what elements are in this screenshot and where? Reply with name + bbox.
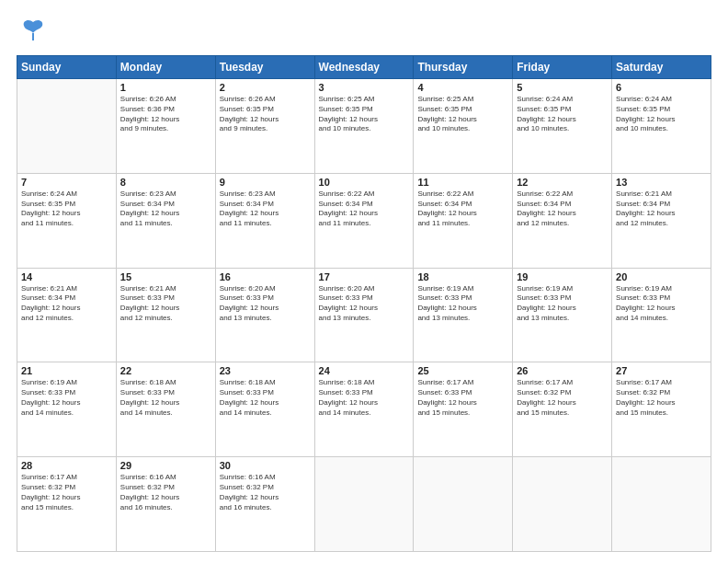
calendar-cell: 30Sunrise: 6:16 AM Sunset: 6:32 PM Dayli… bbox=[215, 457, 314, 552]
day-number: 24 bbox=[319, 365, 410, 376]
day-info: Sunrise: 6:18 AM Sunset: 6:33 PM Dayligh… bbox=[319, 378, 410, 418]
col-wednesday: Wednesday bbox=[314, 56, 414, 79]
day-number: 11 bbox=[417, 177, 508, 188]
day-number: 29 bbox=[120, 460, 211, 471]
week-row-2: 7Sunrise: 6:24 AM Sunset: 6:35 PM Daylig… bbox=[17, 173, 711, 268]
day-number: 25 bbox=[417, 365, 508, 376]
day-info: Sunrise: 6:19 AM Sunset: 6:33 PM Dayligh… bbox=[417, 284, 508, 324]
day-number: 2 bbox=[220, 82, 311, 93]
day-info: Sunrise: 6:18 AM Sunset: 6:33 PM Dayligh… bbox=[220, 378, 311, 418]
calendar-cell bbox=[17, 79, 117, 174]
day-number: 18 bbox=[417, 271, 508, 282]
day-number: 28 bbox=[21, 460, 112, 471]
calendar-cell: 28Sunrise: 6:17 AM Sunset: 6:32 PM Dayli… bbox=[17, 457, 117, 552]
calendar-cell: 13Sunrise: 6:21 AM Sunset: 6:34 PM Dayli… bbox=[612, 173, 711, 268]
day-info: Sunrise: 6:22 AM Sunset: 6:34 PM Dayligh… bbox=[319, 190, 410, 229]
day-info: Sunrise: 6:17 AM Sunset: 6:33 PM Dayligh… bbox=[417, 378, 508, 418]
day-number: 3 bbox=[319, 82, 410, 93]
calendar-cell: 9Sunrise: 6:23 AM Sunset: 6:34 PM Daylig… bbox=[215, 173, 314, 268]
day-info: Sunrise: 6:26 AM Sunset: 6:35 PM Dayligh… bbox=[220, 95, 311, 134]
day-info: Sunrise: 6:21 AM Sunset: 6:34 PM Dayligh… bbox=[21, 284, 112, 324]
day-number: 4 bbox=[417, 82, 508, 93]
day-info: Sunrise: 6:18 AM Sunset: 6:33 PM Dayligh… bbox=[120, 378, 211, 418]
day-info: Sunrise: 6:25 AM Sunset: 6:35 PM Dayligh… bbox=[319, 95, 410, 134]
col-thursday: Thursday bbox=[414, 56, 513, 79]
calendar-cell: 14Sunrise: 6:21 AM Sunset: 6:34 PM Dayli… bbox=[17, 268, 117, 362]
logo-bird-icon bbox=[20, 17, 46, 46]
calendar-cell: 4Sunrise: 6:25 AM Sunset: 6:35 PM Daylig… bbox=[414, 79, 513, 174]
calendar-cell: 24Sunrise: 6:18 AM Sunset: 6:33 PM Dayli… bbox=[314, 362, 414, 457]
day-number: 14 bbox=[21, 271, 112, 282]
day-number: 10 bbox=[319, 177, 410, 188]
day-number: 20 bbox=[616, 271, 707, 282]
calendar-cell: 7Sunrise: 6:24 AM Sunset: 6:35 PM Daylig… bbox=[17, 173, 117, 268]
week-row-3: 14Sunrise: 6:21 AM Sunset: 6:34 PM Dayli… bbox=[17, 268, 711, 362]
day-info: Sunrise: 6:25 AM Sunset: 6:35 PM Dayligh… bbox=[417, 95, 508, 134]
week-row-5: 28Sunrise: 6:17 AM Sunset: 6:32 PM Dayli… bbox=[17, 457, 711, 552]
calendar-cell: 25Sunrise: 6:17 AM Sunset: 6:33 PM Dayli… bbox=[414, 362, 513, 457]
day-info: Sunrise: 6:22 AM Sunset: 6:34 PM Dayligh… bbox=[417, 190, 508, 229]
day-number: 19 bbox=[517, 271, 608, 282]
calendar-cell bbox=[513, 457, 612, 552]
day-info: Sunrise: 6:24 AM Sunset: 6:35 PM Dayligh… bbox=[616, 95, 707, 134]
day-info: Sunrise: 6:17 AM Sunset: 6:32 PM Dayligh… bbox=[517, 378, 608, 418]
day-number: 8 bbox=[120, 177, 211, 188]
calendar-cell: 15Sunrise: 6:21 AM Sunset: 6:33 PM Dayli… bbox=[116, 268, 215, 362]
day-number: 7 bbox=[21, 177, 112, 188]
day-number: 22 bbox=[120, 365, 211, 376]
week-row-1: 1Sunrise: 6:26 AM Sunset: 6:36 PM Daylig… bbox=[17, 79, 711, 174]
day-info: Sunrise: 6:23 AM Sunset: 6:34 PM Dayligh… bbox=[220, 190, 311, 229]
calendar-table: SundayMondayTuesdayWednesdayThursdayFrid… bbox=[17, 55, 711, 552]
calendar-cell bbox=[314, 457, 414, 552]
calendar-cell: 23Sunrise: 6:18 AM Sunset: 6:33 PM Dayli… bbox=[215, 362, 314, 457]
page: SundayMondayTuesdayWednesdayThursdayFrid… bbox=[0, 0, 728, 563]
day-number: 12 bbox=[517, 177, 608, 188]
day-number: 23 bbox=[220, 365, 311, 376]
calendar-cell: 12Sunrise: 6:22 AM Sunset: 6:34 PM Dayli… bbox=[513, 173, 612, 268]
day-number: 26 bbox=[517, 365, 608, 376]
calendar-cell: 21Sunrise: 6:19 AM Sunset: 6:33 PM Dayli… bbox=[17, 362, 117, 457]
calendar-cell: 22Sunrise: 6:18 AM Sunset: 6:33 PM Dayli… bbox=[116, 362, 215, 457]
calendar-cell: 6Sunrise: 6:24 AM Sunset: 6:35 PM Daylig… bbox=[612, 79, 711, 174]
day-number: 5 bbox=[517, 82, 608, 93]
day-number: 16 bbox=[220, 271, 311, 282]
calendar-cell: 20Sunrise: 6:19 AM Sunset: 6:33 PM Dayli… bbox=[612, 268, 711, 362]
col-monday: Monday bbox=[116, 56, 215, 79]
calendar-cell: 29Sunrise: 6:16 AM Sunset: 6:32 PM Dayli… bbox=[116, 457, 215, 552]
calendar-cell: 11Sunrise: 6:22 AM Sunset: 6:34 PM Dayli… bbox=[414, 173, 513, 268]
calendar-cell: 17Sunrise: 6:20 AM Sunset: 6:33 PM Dayli… bbox=[314, 268, 414, 362]
day-info: Sunrise: 6:22 AM Sunset: 6:34 PM Dayligh… bbox=[517, 190, 608, 229]
calendar-cell: 27Sunrise: 6:17 AM Sunset: 6:32 PM Dayli… bbox=[612, 362, 711, 457]
day-info: Sunrise: 6:21 AM Sunset: 6:34 PM Dayligh… bbox=[616, 190, 707, 229]
day-info: Sunrise: 6:19 AM Sunset: 6:33 PM Dayligh… bbox=[616, 284, 707, 324]
calendar-cell: 18Sunrise: 6:19 AM Sunset: 6:33 PM Dayli… bbox=[414, 268, 513, 362]
day-number: 6 bbox=[616, 82, 707, 93]
calendar-cell: 2Sunrise: 6:26 AM Sunset: 6:35 PM Daylig… bbox=[215, 79, 314, 174]
day-number: 9 bbox=[220, 177, 311, 188]
day-number: 1 bbox=[120, 82, 211, 93]
col-friday: Friday bbox=[513, 56, 612, 79]
calendar-cell: 3Sunrise: 6:25 AM Sunset: 6:35 PM Daylig… bbox=[314, 79, 414, 174]
day-number: 15 bbox=[120, 271, 211, 282]
col-sunday: Sunday bbox=[17, 56, 117, 79]
day-info: Sunrise: 6:19 AM Sunset: 6:33 PM Dayligh… bbox=[21, 378, 112, 418]
calendar-cell: 8Sunrise: 6:23 AM Sunset: 6:34 PM Daylig… bbox=[116, 173, 215, 268]
calendar-cell: 16Sunrise: 6:20 AM Sunset: 6:33 PM Dayli… bbox=[215, 268, 314, 362]
calendar-cell bbox=[414, 457, 513, 552]
week-row-4: 21Sunrise: 6:19 AM Sunset: 6:33 PM Dayli… bbox=[17, 362, 711, 457]
day-info: Sunrise: 6:20 AM Sunset: 6:33 PM Dayligh… bbox=[220, 284, 311, 324]
day-info: Sunrise: 6:17 AM Sunset: 6:32 PM Dayligh… bbox=[21, 473, 112, 512]
day-number: 30 bbox=[220, 460, 311, 471]
calendar-cell: 1Sunrise: 6:26 AM Sunset: 6:36 PM Daylig… bbox=[116, 79, 215, 174]
header bbox=[17, 17, 711, 46]
col-tuesday: Tuesday bbox=[215, 56, 314, 79]
day-info: Sunrise: 6:21 AM Sunset: 6:33 PM Dayligh… bbox=[120, 284, 211, 324]
day-info: Sunrise: 6:26 AM Sunset: 6:36 PM Dayligh… bbox=[120, 95, 211, 134]
day-info: Sunrise: 6:17 AM Sunset: 6:32 PM Dayligh… bbox=[616, 378, 707, 418]
day-info: Sunrise: 6:16 AM Sunset: 6:32 PM Dayligh… bbox=[220, 473, 311, 512]
day-info: Sunrise: 6:24 AM Sunset: 6:35 PM Dayligh… bbox=[21, 190, 112, 229]
day-number: 13 bbox=[616, 177, 707, 188]
day-info: Sunrise: 6:20 AM Sunset: 6:33 PM Dayligh… bbox=[319, 284, 410, 324]
calendar-cell: 26Sunrise: 6:17 AM Sunset: 6:32 PM Dayli… bbox=[513, 362, 612, 457]
calendar-cell: 5Sunrise: 6:24 AM Sunset: 6:35 PM Daylig… bbox=[513, 79, 612, 174]
